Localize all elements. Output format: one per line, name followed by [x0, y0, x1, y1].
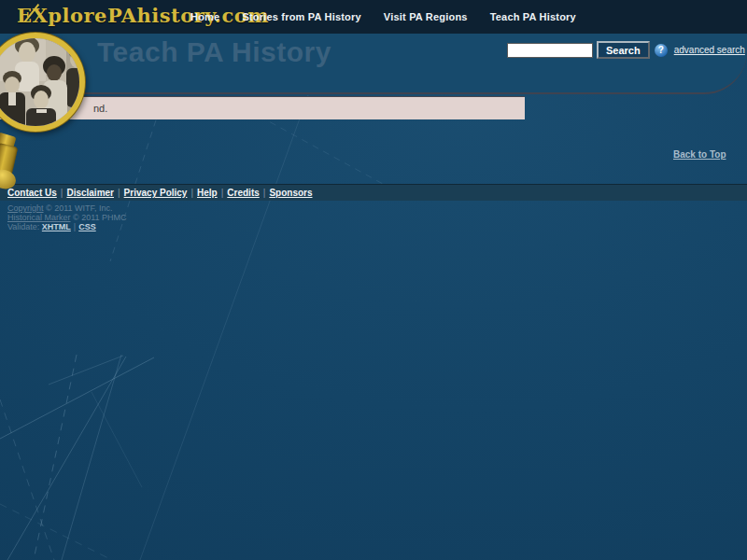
separator: | — [190, 188, 193, 198]
top-navigation-bar: EXplorePAhistory.com Home Stories from P… — [0, 0, 747, 34]
page: EXplorePAhistory.com Home Stories from P… — [0, 0, 747, 560]
status-message-text: nd. — [93, 103, 107, 114]
nav-item-regions[interactable]: Visit PA Regions — [384, 11, 468, 22]
footer-link-sponsors[interactable]: Sponsors — [269, 188, 312, 198]
separator: | — [74, 222, 76, 231]
nav-item-stories[interactable]: Stories from PA History — [242, 11, 360, 22]
header-panel: Teach PA History Search ? advanced searc… — [0, 34, 747, 94]
footer-link-help[interactable]: Help — [197, 188, 218, 198]
primary-nav: Home Stories from PA History Visit PA Re… — [190, 0, 576, 34]
validate-css-link[interactable]: CSS — [78, 222, 96, 231]
footer-link-credits[interactable]: Credits — [227, 188, 259, 198]
footer-link-contact[interactable]: Contact Us — [7, 188, 57, 198]
validate-line: Validate: XHTML|CSS — [7, 222, 127, 231]
footer-links: Contact Us|Disclaimer|Privacy Policy|Hel… — [7, 188, 313, 198]
separator: | — [118, 188, 120, 198]
marker-text: © 2011 PHMC — [71, 213, 127, 222]
search-area: Search ? advanced search — [507, 41, 745, 59]
nav-item-teach[interactable]: Teach PA History — [490, 11, 576, 22]
validate-label: Validate: — [7, 222, 42, 231]
copyright-block: Copyright © 2011 WITF, Inc. Historical M… — [7, 203, 127, 231]
search-button[interactable]: Search — [597, 41, 650, 59]
page-title: Teach PA History — [97, 36, 331, 68]
search-input[interactable] — [507, 43, 593, 58]
footer-link-band: Contact Us|Disclaimer|Privacy Policy|Hel… — [0, 184, 747, 201]
copyright-text: © 2011 WITF, Inc. — [44, 203, 113, 213]
footer-link-privacy[interactable]: Privacy Policy — [124, 188, 188, 198]
copyright-link[interactable]: Copyright — [7, 203, 44, 213]
nav-item-home[interactable]: Home — [190, 11, 219, 22]
marker-line: Historical Marker © 2011 PHMC — [7, 213, 127, 222]
question-mark-icon[interactable]: ? — [655, 44, 668, 57]
advanced-search-link[interactable]: advanced search — [674, 45, 745, 55]
separator: | — [61, 188, 63, 198]
validate-xhtml-link[interactable]: XHTML — [42, 222, 71, 231]
separator: | — [221, 188, 224, 198]
back-to-top-link[interactable]: Back to Top — [673, 149, 726, 160]
copyright-line: Copyright © 2011 WITF, Inc. — [7, 203, 127, 213]
separator: | — [263, 188, 266, 198]
footer-link-disclaimer[interactable]: Disclaimer — [66, 188, 114, 198]
historical-marker-link[interactable]: Historical Marker — [7, 213, 71, 222]
